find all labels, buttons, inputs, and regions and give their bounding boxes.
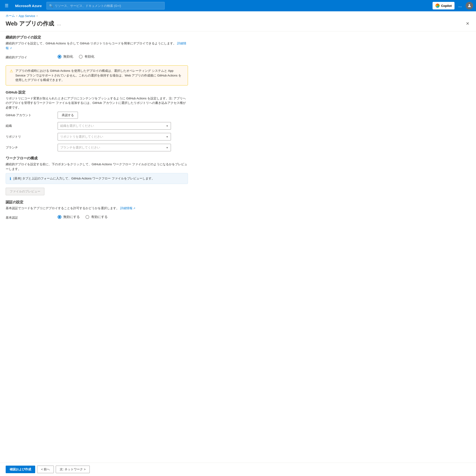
continuous-deploy-radio-group: 無効化 有効化 [58, 54, 94, 59]
disable-radio-row: 無効化 [58, 54, 73, 59]
breadcrumb-sep-1: › [16, 14, 17, 17]
breadcrumb-home[interactable]: ホーム [6, 14, 15, 18]
org-label: 組織 [6, 124, 58, 128]
info-box: ℹ [基本] タブと上記のフォームに入力して、GitHub Actions ワー… [6, 173, 188, 184]
approve-button[interactable]: 承認する [58, 112, 78, 119]
branch-label: ブランチ [6, 145, 58, 150]
auth-disable-radio-row: 無効にする [58, 215, 80, 219]
github-settings-desc: リポジトリにコード変更が加えられたときにアプリにコンテンツをプッシュするように … [6, 96, 188, 110]
search-bar[interactable]: 🔍 [47, 2, 165, 9]
repo-label: リポジトリ [6, 135, 58, 139]
github-settings-section: GitHub 設定 リポジトリにコード変更が加えられたときにアプリにコンテンツを… [6, 90, 188, 152]
auth-desc: 基本認証でコードをアプリにデプロイすることを許可するかどうかを選択します。 詳細… [6, 206, 188, 211]
nav-more-icon[interactable]: ... [456, 2, 464, 9]
branch-placeholder: ブランチを選択してください [60, 145, 100, 150]
continuous-deploy-label: 継続的デプロイ [6, 55, 58, 60]
auth-external-link-icon: ↗ [133, 207, 135, 210]
enable-radio[interactable] [79, 55, 83, 59]
breadcrumb-service[interactable]: App Service [19, 14, 35, 18]
auth-field: 基本認証 無効にする 有効にする [6, 212, 188, 223]
repo-dropdown[interactable]: リポジトリを選択してください ▼ [58, 133, 171, 140]
copilot-icon [435, 3, 440, 8]
enable-radio-label: 有効化 [85, 54, 94, 59]
external-link-icon: ↗ [10, 47, 12, 50]
auth-disable-radio[interactable] [58, 215, 61, 219]
auth-title: 認証の設定 [6, 200, 188, 204]
info-icon: ℹ [10, 176, 11, 181]
avatar[interactable] [466, 2, 473, 9]
branch-dropdown[interactable]: ブランチを選択してください ▼ [58, 144, 171, 151]
disable-radio-label: 無効化 [63, 54, 73, 59]
header-more-icon[interactable]: … [57, 21, 61, 26]
continuous-deploy-field: 継続的デプロイ 無効化 有効化 [6, 52, 188, 63]
auth-detail-link[interactable]: 詳細情報 ↗ [120, 206, 136, 210]
search-icon: 🔍 [49, 4, 53, 8]
continuous-deploy-desc: 継続的デプロイを設定して、GitHub Actions を介して GitHub … [6, 41, 188, 50]
svg-point-0 [469, 4, 470, 6]
auth-enable-radio-row: 有効にする [85, 215, 108, 219]
github-account-label: GitHub アカウント [6, 113, 58, 117]
repo-field: リポジトリ リポジトリを選択してください ▼ [6, 133, 188, 140]
repo-placeholder: リポジトリを選択してください [60, 135, 103, 139]
search-input[interactable] [55, 4, 162, 8]
warning-box: ⚠ アプリの作成時における GitHub Actions を使用したデプロイの構… [6, 65, 188, 85]
org-chevron-icon: ▼ [166, 125, 168, 127]
repo-chevron-icon: ▼ [166, 136, 168, 138]
auth-radio-group: 無効にする 有効にする [58, 215, 108, 219]
breadcrumb: ホーム › App Service › [0, 11, 476, 19]
workflow-section: ワークフローの構成 継続的デプロイを設定する前に、下のボタンをクリックして、Gi… [6, 156, 188, 195]
main-content: 継続的デプロイの設定 継続的デプロイを設定して、GitHub Actions を… [0, 31, 194, 246]
branch-field: ブランチ ブランチを選択してください ▼ [6, 144, 188, 151]
continuous-deploy-title: 継続的デプロイの設定 [6, 35, 188, 40]
auth-disable-label: 無効にする [63, 215, 80, 219]
auth-enable-radio[interactable] [85, 215, 89, 219]
azure-logo: Microsoft Azure [12, 4, 45, 8]
top-navigation: ☰ Microsoft Azure 🔍 Copilot ... [0, 0, 476, 11]
warning-icon: ⚠ [10, 69, 13, 82]
breadcrumb-sep-2: › [37, 14, 37, 17]
org-field: 組織 組織を選択してください ▼ [6, 122, 188, 130]
close-button[interactable]: ✕ [465, 20, 470, 27]
warning-text: アプリの作成時における GitHub Actions を使用したデプロイの構成は… [15, 68, 184, 82]
page-header: Web アプリの作成 … ✕ [0, 19, 476, 31]
continuous-deploy-section: 継続的デプロイの設定 継続的デプロイを設定して、GitHub Actions を… [6, 35, 188, 85]
page-title: Web アプリの作成 [6, 20, 54, 27]
enable-radio-row: 有効化 [79, 54, 94, 59]
preview-button[interactable]: ファイルのプレビュー [6, 188, 44, 195]
workflow-desc: 継続的デプロイを設定する前に、下のボタンをクリックして、GitHub Actio… [6, 162, 188, 171]
nav-right: Copilot ... [433, 2, 473, 9]
github-settings-title: GitHub 設定 [6, 90, 188, 95]
copilot-button[interactable]: Copilot [433, 2, 455, 9]
workflow-title: ワークフローの構成 [6, 156, 188, 161]
auth-label: 基本認証 [6, 216, 58, 220]
github-account-field: GitHub アカウント 承認する [6, 112, 188, 119]
org-dropdown[interactable]: 組織を選択してください ▼ [58, 122, 171, 130]
copilot-label: Copilot [441, 4, 452, 8]
hamburger-icon[interactable]: ☰ [3, 2, 10, 9]
info-text: [基本] タブと上記のフォームに入力して、GitHub Actions ワークフ… [14, 176, 155, 181]
branch-chevron-icon: ▼ [166, 146, 168, 149]
auth-section: 認証の設定 基本認証でコードをアプリにデプロイすることを許可するかどうかを選択し… [6, 200, 188, 223]
org-placeholder: 組織を選択してください [60, 124, 94, 128]
disable-radio[interactable] [58, 55, 61, 59]
auth-enable-label: 有効にする [91, 215, 108, 219]
